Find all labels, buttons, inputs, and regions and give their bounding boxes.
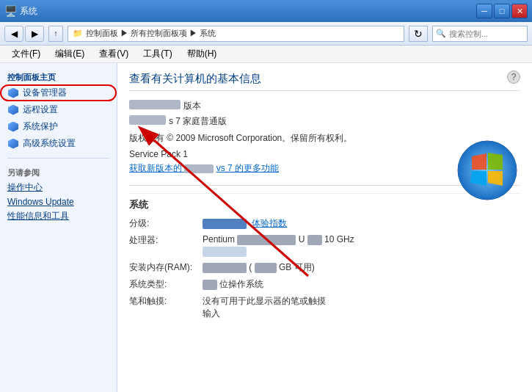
processor-blurred2 xyxy=(307,235,322,245)
processor-value: Pentium U 10 GHz xyxy=(203,234,354,257)
ram-blurred xyxy=(203,263,247,273)
menu-edit[interactable]: 编辑(E) xyxy=(49,46,90,62)
title-bar: 🖥️ 系统 ─ □ ✕ xyxy=(0,0,532,22)
pen-touch-value: 没有可用于此显示器的笔或触摸输入 xyxy=(203,295,326,320)
rating-label: 分级: xyxy=(129,217,203,230)
device-manager-icon xyxy=(7,87,19,99)
menu-help[interactable]: 帮助(H) xyxy=(181,46,223,62)
ram-available-blurred xyxy=(255,263,277,273)
main-layout: 控制面板主页 设备管理器 远程设置 系统保护 xyxy=(0,63,532,392)
sidebar-item-protection[interactable]: 系统保护 xyxy=(0,118,117,135)
version-blurred xyxy=(129,100,181,109)
windows-logo xyxy=(457,140,517,200)
address-bar: ◀ ▶ ↑ 📁 控制面板 ▶ 所有控制面板项 ▶ 系统 ↻ 🔍 xyxy=(0,22,532,46)
search-box: 🔍 xyxy=(432,26,528,42)
address-text: 控制面板 ▶ 所有控制面板项 ▶ 系统 xyxy=(86,28,216,39)
sidebar-item-advanced[interactable]: 高级系统设置 xyxy=(0,135,117,152)
feature-link-suffix[interactable]: vs 7 的更多功能 xyxy=(216,163,279,173)
rating-blurred xyxy=(203,219,247,229)
sidebar-item-remote[interactable]: 远程设置 xyxy=(0,101,117,118)
protection-icon xyxy=(7,121,19,133)
content-area: 查看有关计算机的基本信息 xyxy=(117,63,532,392)
back-button[interactable]: ◀ xyxy=(4,26,23,42)
minimize-button[interactable]: ─ xyxy=(476,4,492,18)
maximize-button[interactable]: □ xyxy=(494,4,510,18)
device-manager-label: 设备管理器 xyxy=(23,87,67,99)
processor-label: 处理器: xyxy=(129,234,203,247)
rating-row: 分级: 体验指数 xyxy=(129,217,520,230)
system-type-value: 位操作系统 xyxy=(203,278,263,291)
version-suffix: 版本 xyxy=(183,100,201,112)
menu-bar: 文件(F) 编辑(E) 查看(V) 工具(T) 帮助(H) xyxy=(0,46,532,63)
sidebar: 控制面板主页 设备管理器 远程设置 系统保护 xyxy=(0,63,117,392)
rating-value: 体验指数 xyxy=(203,217,287,230)
processor-thumb xyxy=(203,247,247,257)
remote-label: 远程设置 xyxy=(23,104,58,116)
menu-tools[interactable]: 工具(T) xyxy=(137,46,178,62)
ram-label: 安装内存(RAM): xyxy=(129,261,203,274)
sidebar-link-performance[interactable]: 性能信息和工具 xyxy=(0,208,117,224)
processor-row: 处理器: Pentium U 10 GHz xyxy=(129,234,520,257)
search-icon: 🔍 xyxy=(436,29,446,38)
rating-experience-link[interactable]: 体验指数 xyxy=(252,218,287,228)
system-type-row: 系统类型: 位操作系统 xyxy=(129,278,520,291)
sidebar-link-action-center[interactable]: 操作中心 xyxy=(0,180,117,195)
address-path[interactable]: 📁 控制面板 ▶ 所有控制面板项 ▶ 系统 xyxy=(68,26,404,42)
feature-link[interactable]: 获取新版本的 xyxy=(129,163,184,173)
edition-blurred xyxy=(129,115,166,125)
title-bar-left: 🖥️ 系统 xyxy=(4,5,37,18)
menu-file[interactable]: 文件(F) xyxy=(6,46,46,62)
pen-touch-row: 笔和触摸: 没有可用于此显示器的笔或触摸输入 xyxy=(129,295,520,320)
copyright-line: 版权所有 © 2009 Microsoft Corporation。保留所有权利… xyxy=(129,132,379,145)
close-button[interactable]: ✕ xyxy=(511,4,528,18)
menu-view[interactable]: 查看(V) xyxy=(93,46,134,62)
go-button[interactable]: ↻ xyxy=(409,26,428,42)
title-bar-controls: ─ □ ✕ xyxy=(476,4,528,18)
up-button[interactable]: ↑ xyxy=(48,26,63,42)
protection-label: 系统保护 xyxy=(23,120,58,133)
forward-button[interactable]: ▶ xyxy=(25,26,44,42)
advanced-label: 高级系统设置 xyxy=(23,137,76,150)
windows-blurred xyxy=(184,164,214,173)
sidebar-link-windows-update[interactable]: Windows Update xyxy=(0,195,117,208)
advanced-icon xyxy=(7,138,19,150)
svg-point-0 xyxy=(458,141,517,200)
title-bar-title: 系统 xyxy=(20,5,37,18)
os-edition-row: s 7 家庭普通版 xyxy=(129,115,520,128)
edition-text: s 7 家庭普通版 xyxy=(169,115,227,128)
ram-value: ( GB 可用) xyxy=(203,261,315,274)
content-title: 查看有关计算机的基本信息 xyxy=(129,72,520,91)
sidebar-item-device-manager[interactable]: 设备管理器 xyxy=(0,84,117,101)
processor-blurred1 xyxy=(237,235,296,245)
sidebar-section-title: 控制面板主页 xyxy=(0,69,117,84)
also-section-title: 另请参阅 xyxy=(0,164,117,180)
search-input[interactable] xyxy=(449,29,524,38)
remote-icon xyxy=(7,104,19,116)
os-version-row: 版本 xyxy=(129,100,520,112)
nav-buttons: ◀ ▶ xyxy=(4,26,44,42)
ram-row: 安装内存(RAM): ( GB 可用) xyxy=(129,261,520,274)
sys-type-blurred xyxy=(203,280,217,290)
system-type-label: 系统类型: xyxy=(129,278,203,291)
sidebar-separator xyxy=(7,158,109,159)
folder-icon: 📁 xyxy=(73,29,83,38)
right-panel: ? 查看有关计算机的基本信息 xyxy=(117,63,532,392)
pen-touch-label: 笔和触摸: xyxy=(129,295,203,308)
help-icon[interactable]: ? xyxy=(507,70,520,84)
